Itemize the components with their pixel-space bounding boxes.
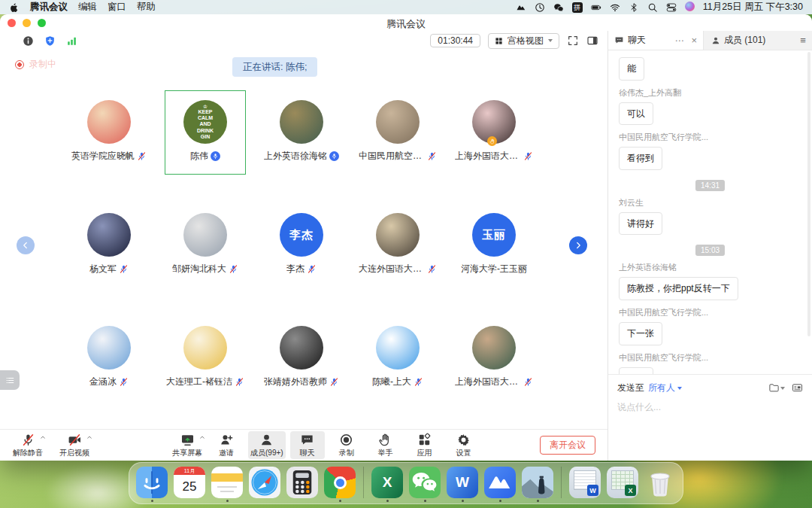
dock-minimized-word[interactable]: W	[569, 467, 601, 498]
previous-page-arrow[interactable]	[17, 236, 35, 254]
toolbar-button-raise-hand[interactable]: 举手	[368, 431, 403, 459]
tab-chat[interactable]: 聊天 ⋯ ×	[608, 31, 704, 50]
chat-bubble-icon	[614, 35, 624, 45]
running-indicator	[537, 500, 539, 502]
network-signal-icon[interactable]	[66, 35, 77, 47]
participant-name: 上外英语徐海铭	[264, 150, 327, 163]
chevron-up-icon[interactable]	[86, 434, 92, 440]
wifi-icon[interactable]	[610, 2, 620, 13]
toolbar-button-members[interactable]: 成员(99+)	[248, 431, 286, 459]
chat-tabs: 聊天 ⋯ × 成员 (101) ≡	[608, 31, 812, 50]
participant-avatar: ♔KEEPCALMANDDRINKGIN	[183, 100, 227, 144]
mic-muted-icon	[137, 151, 147, 161]
dock-calculator[interactable]	[286, 467, 318, 498]
fullscreen-icon[interactable]	[567, 35, 579, 47]
meeting-toolbar: 01:30:44 宫格视图	[0, 31, 607, 50]
grid-view-icon	[495, 37, 503, 45]
apple-menu-icon[interactable]	[9, 2, 20, 13]
participant-tile[interactable]: 李杰 李杰	[261, 203, 342, 287]
participant-tile[interactable]: 邹妍淘北科大	[165, 203, 246, 287]
participant-tile[interactable]: ♔KEEPCALMANDDRINKGIN 陈伟	[165, 90, 246, 175]
dock-wechat[interactable]	[409, 467, 441, 502]
siri-icon[interactable]	[685, 2, 695, 14]
running-indicator	[151, 500, 153, 502]
participant-tile[interactable]: 中国民用航空飞...	[357, 90, 438, 175]
leave-meeting-button[interactable]: 离开会议	[540, 436, 595, 455]
pinyin-input-icon[interactable]: 拼	[572, 2, 583, 13]
chevron-up-icon[interactable]	[199, 434, 205, 440]
dock-word[interactable]: W	[447, 467, 478, 502]
panel-menu-icon[interactable]: ≡	[794, 31, 812, 50]
view-mode-dropdown[interactable]: 宫格视图	[488, 33, 559, 49]
toolbar-button-mic-off[interactable]: 解除静音	[11, 431, 45, 459]
more-options-icon[interactable]: ⋯	[674, 35, 683, 46]
chevron-up-icon[interactable]	[40, 434, 46, 440]
side-panel-handle[interactable]	[0, 370, 20, 390]
dock-notes[interactable]	[211, 467, 243, 502]
participant-tile[interactable]: 上海外国语大学...	[453, 90, 535, 175]
clock-icon[interactable]	[535, 2, 545, 13]
close-chat-icon[interactable]: ×	[691, 35, 697, 46]
participant-tile[interactable]: 玉丽 河海大学-王玉丽	[453, 203, 535, 287]
dock-chrome[interactable]	[324, 467, 356, 502]
participant-tile[interactable]: 陈曦-上大	[357, 316, 438, 400]
participant-avatar	[376, 326, 420, 370]
menubar-menu[interactable]: 窗口	[108, 1, 126, 14]
dock-safari[interactable]	[249, 467, 280, 498]
toolbar-button-share-screen[interactable]: 共享屏幕	[170, 431, 205, 459]
participant-tile[interactable]: 大连外国语大学-...	[357, 203, 438, 287]
wechat-icon[interactable]	[553, 2, 564, 13]
dock-finder[interactable]	[136, 467, 168, 502]
menubar-clock[interactable]: 11月25日 周五 下午3:30	[703, 1, 803, 14]
chat-input[interactable]	[617, 402, 803, 412]
next-page-arrow[interactable]	[569, 236, 587, 254]
chat-scrollbar[interactable]	[807, 52, 810, 336]
send-to-dropdown[interactable]: 所有人	[648, 382, 682, 394]
running-indicator	[386, 500, 389, 502]
share-screen-icon	[180, 433, 195, 447]
participant-tile[interactable]: 金涵冰	[68, 316, 150, 400]
raise-hand-icon	[378, 433, 392, 447]
dock-excel[interactable]: X	[371, 467, 403, 502]
file-folder-icon[interactable]	[768, 382, 785, 394]
toolbar-button-label: 邀请	[219, 448, 234, 458]
participant-tile[interactable]: 上外英语徐海铭	[261, 90, 342, 175]
screenshot-icon[interactable]	[792, 382, 803, 394]
tab-members[interactable]: 成员 (101)	[704, 31, 794, 50]
toolbar-button-label: 开启视频	[59, 448, 89, 458]
sidebar-toggle-icon[interactable]	[586, 35, 598, 47]
chevron-down-icon	[677, 387, 682, 390]
participant-tile[interactable]: 张靖婧外语教师	[261, 316, 342, 400]
dock-calendar[interactable]: 11月25	[174, 467, 205, 498]
menubar-menu[interactable]: 帮助	[137, 1, 156, 14]
participant-tile[interactable]: 英语学院应晓帆	[68, 90, 150, 175]
chat-sender: 徐伟杰_上外高翻	[619, 87, 801, 99]
bluetooth-icon[interactable]	[629, 2, 639, 13]
tencent-meeting-icon[interactable]	[516, 2, 526, 13]
dock-minimized-excel[interactable]: X	[607, 467, 638, 498]
participant-avatar	[376, 100, 420, 144]
meeting-info-icon[interactable]	[23, 35, 34, 47]
menubar-app-name[interactable]: 腾讯会议	[30, 1, 68, 14]
chat-timestamp: 14:31	[619, 180, 801, 190]
participant-tile[interactable]: 上海外国语大学...	[453, 316, 535, 400]
toolbar-button-record[interactable]: 录制	[329, 431, 364, 459]
toolbar-button-chat[interactable]: 聊天	[290, 431, 325, 459]
participant-name: 上海外国语大学...	[455, 376, 521, 388]
dock-preview[interactable]	[522, 467, 553, 502]
participant-tile[interactable]: 杨文军	[68, 203, 150, 287]
participant-tile[interactable]: 大连理工-褚钰洁	[165, 316, 246, 400]
toolbar-button-settings[interactable]: 设置	[447, 431, 481, 459]
toolbar-button-invite[interactable]: 邀请	[209, 431, 244, 459]
toolbar-button-camera-off[interactable]: 开启视频	[57, 431, 92, 459]
menubar-menu[interactable]: 编辑	[78, 1, 97, 14]
security-shield-icon[interactable]	[44, 35, 56, 47]
chat-message: 刘云生讲得好	[619, 197, 801, 236]
dock-tencent-meeting[interactable]	[484, 467, 516, 502]
toolbar-button-apps[interactable]: 应用	[408, 431, 442, 459]
control-center-icon[interactable]	[666, 2, 677, 13]
chevron-down-icon	[548, 39, 553, 42]
dock-trash[interactable]	[644, 467, 676, 498]
battery-icon[interactable]	[591, 2, 601, 13]
search-icon[interactable]	[647, 2, 658, 13]
